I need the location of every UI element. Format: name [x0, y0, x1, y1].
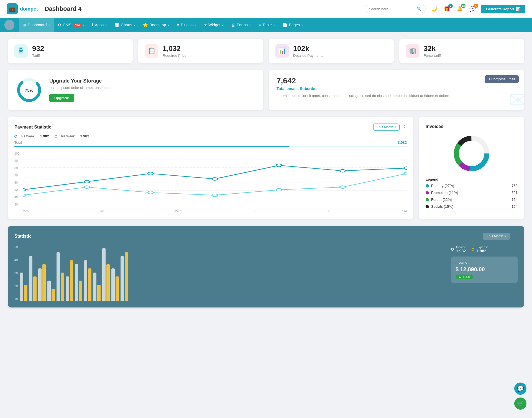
payment-filter: This Month ▾ ⋮	[373, 124, 407, 131]
charts-row: Payment Statistic This Month ▾ ⋮ This We…	[8, 117, 524, 219]
nav-bar: ⊞ Dashboard ▾ ⚙ CMS New ▾ ℹ Apps ▾ 📊 Cha…	[0, 18, 532, 32]
statistic-side-panel: Income 1.982 Expense 1.982 Income $	[451, 245, 518, 301]
chevron-down-icon-bootstrap: ▾	[168, 24, 169, 27]
bar-yellow	[61, 273, 64, 301]
bell-icon[interactable]: 🔔 12	[456, 5, 464, 13]
stat-card-price-info: 1,032 Required Price	[163, 44, 186, 58]
generate-report-button[interactable]: Generate Report 📊	[481, 5, 525, 13]
gift-badge: 2	[448, 4, 453, 8]
svg-point-3	[84, 180, 90, 183]
nav-item-table[interactable]: ≡ Table ▾	[255, 18, 279, 32]
logo-text: dompet	[20, 6, 38, 12]
storage-card: 75% Upgrade Your Storage Lorem ipsum dol…	[8, 70, 263, 110]
legend-color-primary	[426, 184, 429, 188]
legend-value-promotion: 321	[511, 191, 518, 195]
bar-white	[84, 260, 87, 301]
legend-row-primary: Primary (27%) 763	[426, 184, 518, 188]
bar-white	[102, 248, 106, 301]
bar-white	[93, 273, 96, 301]
statistic-title: Statistic	[14, 234, 32, 239]
statistic-month-filter-button[interactable]: This Month ▾	[483, 233, 510, 240]
bar-white	[20, 273, 23, 301]
y-axis-labels: 100 90 80 70 60 50 40 30	[14, 152, 19, 206]
invoices-legend: Primary (27%) 763 Promotion (11%) 321 Fo…	[426, 184, 518, 209]
nav-label-charts: Charts	[121, 23, 132, 27]
invoices-more-button[interactable]: ⋮	[513, 124, 518, 130]
search-icon[interactable]: 🔍	[417, 7, 421, 11]
nav-label-plugins: Plugins	[181, 23, 194, 27]
payments-value: 102k	[293, 44, 323, 53]
nav-item-cms[interactable]: ⚙ CMS New ▾	[54, 18, 88, 32]
nav-avatar	[4, 20, 14, 30]
header-icons: 🌙 🎁 2 🔔 12 💬 5	[430, 5, 477, 13]
bar-group	[111, 268, 119, 301]
statistic-y-axis: 50 40 30 20 10	[14, 245, 20, 301]
main-content: 🗄 932 Tariff 📋 1,032 Required Price 📊 10…	[0, 32, 532, 314]
table-icon: ≡	[259, 23, 261, 27]
nav-item-bootstrap[interactable]: ⭐ Bootstrap ▾	[139, 18, 173, 32]
expense-legend-item: Expense 1.982	[472, 245, 488, 253]
payment-progress-fill	[14, 146, 289, 147]
nav-item-plugins[interactable]: ♥ Plugins ▾	[173, 18, 200, 32]
search-input[interactable]	[369, 7, 415, 11]
email-desc: Lorem ipsum dolor sit amet, consectetur …	[277, 93, 516, 99]
chevron-down-icon-widget: ▾	[222, 24, 223, 27]
chevron-down-icon-filter: ▾	[394, 125, 396, 129]
bar-group	[93, 273, 101, 301]
legend-row-promotion: Promotion (11%) 321	[426, 191, 518, 195]
legend-val-1: 1.982	[40, 134, 49, 138]
legend-label-2: This Week	[59, 134, 75, 138]
chevron-down-icon: ▾	[48, 24, 50, 27]
bar-group	[84, 260, 91, 301]
nav-label-widget: Widget	[208, 23, 221, 27]
nav-label-bootstrap: Bootstrap	[149, 23, 166, 27]
income-amount: $ 12,890,00	[456, 266, 513, 273]
nav-item-apps[interactable]: ℹ Apps ▾	[88, 18, 111, 32]
gift-icon[interactable]: 🎁 2	[443, 5, 451, 13]
chat-icon[interactable]: 💬 5	[468, 5, 477, 13]
bell-badge: 12	[461, 4, 466, 8]
legend-color-forum	[426, 198, 429, 201]
nav-item-dashboard[interactable]: ⊞ Dashboard ▾	[19, 18, 54, 32]
required-price-value: 1,032	[163, 44, 186, 53]
search-box: 🔍	[365, 5, 426, 13]
storage-info: Upgrade Your Storage Lorem ipsum dolor s…	[49, 78, 112, 102]
svg-point-6	[276, 164, 282, 167]
nav-item-charts[interactable]: 📊 Charts ▾	[111, 18, 139, 32]
nav-label-dashboard: Dashboard	[28, 23, 47, 27]
payments-icon: 📊	[275, 44, 289, 58]
compose-email-button[interactable]: + Compose Email	[485, 75, 519, 83]
stat-card-force-info: 32k Force tariff	[424, 44, 441, 58]
moon-icon[interactable]: 🌙	[430, 5, 438, 13]
statistic-header: Statistic This Month ▾ ⋮	[14, 233, 518, 240]
statistic-more-button[interactable]: ⋮	[513, 233, 518, 239]
email-subtitle: Total emails Subcriber.	[277, 86, 516, 91]
header: 💼 dompet Dashboard 4 🔍 🌙 🎁 2 🔔 12 💬 5 Ge…	[0, 0, 532, 18]
legend-label-socials: Socials (15%)	[431, 204, 453, 209]
legend-label-primary: Primary (27%)	[431, 184, 454, 188]
bar-white	[47, 281, 51, 301]
more-options-button[interactable]: ⋮	[402, 124, 407, 130]
bar-yellow	[24, 285, 27, 301]
line-chart-svg	[23, 152, 407, 206]
legend-color-socials	[426, 205, 429, 208]
payments-label: Detalled Payments	[293, 53, 323, 58]
nav-label-table: Table	[262, 23, 272, 27]
nav-label-apps: Apps	[95, 23, 104, 27]
bar-group	[102, 248, 110, 301]
upgrade-button[interactable]: Upgrade	[49, 94, 74, 102]
legend-label-promotion: Promotion (11%)	[431, 191, 458, 195]
legend-item-1: This Week	[14, 134, 34, 138]
nav-item-widget[interactable]: ♥ Widget ▾	[200, 18, 227, 32]
income-expense-row: Income 1.982 Expense 1.982	[451, 245, 518, 253]
nav-item-pages[interactable]: 📄 Pages ▾	[279, 18, 307, 32]
line-chart-area: 100 90 80 70 60 50 40 30	[14, 152, 407, 213]
invoices-header: Invoices ⋮	[426, 124, 518, 130]
nav-item-forms[interactable]: 🖨 Forms ▾	[227, 18, 255, 32]
income-dot	[451, 248, 454, 251]
legend-val-2: 1.982	[80, 134, 89, 138]
charts-icon: 📊	[114, 23, 119, 27]
payment-legend: This Week 1.982 This Week 1.982	[14, 134, 407, 138]
this-month-filter-button[interactable]: This Month ▾	[373, 124, 400, 131]
bar-white	[66, 276, 69, 301]
